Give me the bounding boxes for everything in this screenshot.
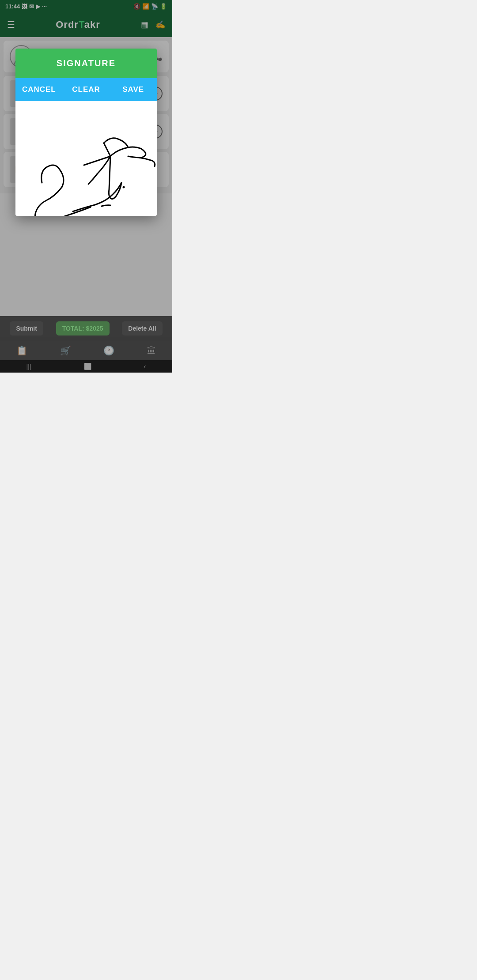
modal-overlay: SIGNATURE CANCEL CLEAR SAVE [0,0,172,373]
cancel-button[interactable]: CANCEL [15,78,63,101]
svg-point-1 [123,186,125,188]
signature-canvas[interactable] [15,101,157,216]
save-button[interactable]: SAVE [110,78,157,101]
signature-drawing [15,101,157,216]
signature-modal: SIGNATURE CANCEL CLEAR SAVE [15,49,157,216]
modal-title: SIGNATURE [23,58,150,68]
modal-header: SIGNATURE [15,49,157,78]
clear-button[interactable]: CLEAR [63,78,110,101]
modal-actions: CANCEL CLEAR SAVE [15,78,157,101]
